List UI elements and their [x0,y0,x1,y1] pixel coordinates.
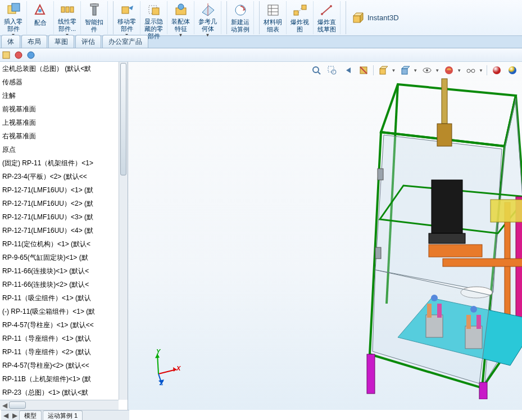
tab-office[interactable]: 办公室产品 [102,35,148,48]
svg-point-27 [15,52,22,58]
svg-rect-8 [122,7,129,13]
ref-geom-icon [200,2,216,17]
tree-item[interactable]: RP-11-66(连接块)<1> (默认< [0,264,128,278]
dropdown-arrow-icon: ▼ [179,33,183,38]
svg-rect-1 [12,3,20,11]
svg-rect-46 [442,79,447,124]
axis-x-label: X [176,365,180,372]
svg-rect-4 [66,7,69,12]
ribbon-bom[interactable]: 材料明 细表 [260,1,287,34]
svg-rect-7 [90,4,98,6]
svg-point-12 [178,4,184,10]
tab-scroll-left-icon[interactable]: ◀ [1,410,10,420]
scroll-left-arrow-icon[interactable]: ◀ [0,400,9,410]
tab-evaluate[interactable]: 评估 [75,35,101,48]
scrollbar-thumb[interactable] [120,63,126,175]
appearance-icon[interactable] [13,50,24,60]
tree-item[interactable]: (-) RP-11(吸尘箱组件）<1> (默 [0,305,128,318]
tree-item[interactable]: 上视基准面 [0,116,128,129]
tab-layout[interactable]: 布局 [21,35,47,48]
ribbon-label: 材料明 细表 [264,19,282,33]
ribbon-smart-fastener[interactable]: 智能扣 件 [81,1,108,34]
svg-rect-48 [432,180,462,233]
ribbon-label: 爆炸视 图 [290,19,309,33]
linear-pattern-icon [60,2,75,17]
graphics-viewport[interactable]: ▼ ▼ ▼ ▼ ▼ [128,62,522,410]
ribbon-explode-sketch[interactable]: 爆炸直 线草图 [314,1,341,34]
ribbon-toolbar: 插入零 部件 ▼ 配合 线性零 部件... ▼ 智能扣 件 移动零 部件 ▼ 显… [0,0,522,36]
ribbon-label: 配合 [34,19,47,26]
tree-item[interactable]: RP-11B（上机架组件)<1> (默 [0,372,128,386]
scene-icon[interactable] [26,50,36,60]
tree-item[interactable]: 右视基准面 [0,129,128,143]
ribbon-mate[interactable]: 配合 [27,1,54,34]
tab-body[interactable]: 体 [1,35,20,48]
tree-item[interactable]: 传感器 [0,75,128,89]
tree-item[interactable]: RP-4-57(导柱座）<1> (默认<< [0,318,128,332]
ribbon-ref-geometry[interactable]: 参考几 何体 ▼ [194,1,221,34]
tree-item[interactable]: RP-11-66(连接块)<2> (默认< [0,278,128,291]
ribbon-label: 线性零 部件... [58,18,76,33]
feature-tree[interactable]: 尘机总装图（总图） (默认<默传感器注解前视基准面上视基准面右视基准面原点(固定… [0,62,128,410]
show-hidden-icon [146,2,162,17]
ribbon-motion-study[interactable]: 新建运 动算例 [227,1,254,34]
svg-point-28 [28,52,34,58]
ribbon-label: 装配体 特征 [171,18,190,33]
motion-study-icon [233,2,248,17]
scrollbar-thumb[interactable] [9,401,26,409]
svg-rect-49 [429,233,465,243]
ribbon-move-component[interactable]: 移动零 部件 ▼ [114,1,140,34]
assembly-model[interactable] [240,67,522,399]
bottom-tab-model[interactable]: 模型 [19,410,42,420]
tree-item[interactable]: RP-23-4(平板）<2> (默认<< [0,170,128,183]
panel-selector-bar [0,48,522,62]
tree-item[interactable]: RP-23（总图）<1> (默认<默 [0,386,128,399]
svg-rect-53 [443,259,522,267]
svg-rect-10 [152,8,159,15]
tree-scrollbar-horizontal[interactable]: ◀ [0,400,119,410]
svg-line-22 [322,6,331,14]
tree-item[interactable]: RP-11(定位机构）<1> (默认< [0,237,128,251]
ribbon-linear-pattern[interactable]: 线性零 部件... ▼ [54,1,81,34]
ribbon-exploded-view[interactable]: 爆炸视 图 [287,1,314,34]
feature-tree-panel: 尘机总装图（总图） (默认<默传感器注解前视基准面上视基准面右视基准面原点(固定… [0,62,128,410]
tree-item[interactable]: RP-12-71(LMF16UU）<4> (默 [0,224,128,237]
ribbon-show-hidden[interactable]: 显示隐 藏的零 部件 [140,1,167,34]
tree-item[interactable]: (固定) RP-11（机架组件）<1> [0,156,128,170]
tree-item[interactable]: RP-11（导座组件）<2> (默认 [0,345,128,359]
tree-item[interactable]: RP-4-57(导柱座)<2> (默认<< [0,359,128,372]
ribbon-instant3d[interactable]: Instant3D [346,1,405,34]
svg-rect-68 [491,200,522,222]
ribbon-label: 智能扣 件 [85,19,103,33]
tree-item[interactable]: 前视基准面 [0,102,128,116]
tree-item[interactable]: RP-12-71(LMF16UU）<2> (默 [0,197,128,210]
svg-rect-54 [367,354,375,394]
tree-item[interactable]: 尘机总装图（总图） (默认<默 [0,62,128,75]
decal-icon[interactable] [1,50,11,60]
svg-rect-67 [375,247,381,259]
tree-item[interactable]: RP-11（吸尘组件）<1> (默认 [0,291,128,305]
tab-scroll-right-icon[interactable]: ▶ [10,410,19,420]
tree-item[interactable]: 注解 [0,89,128,102]
tree-item[interactable]: RP-12-71(LMF16UU）<3> (默 [0,210,128,224]
ribbon-label: 爆炸直 线草图 [317,19,336,33]
exploded-view-icon [292,2,308,17]
svg-rect-5 [70,7,74,12]
tree-item[interactable]: 原点 [0,143,128,156]
svg-rect-20 [302,5,306,10]
instant3d-label: Instant3D [367,13,399,22]
bottom-tab-motion[interactable]: 运动算例 1 [43,410,83,420]
ribbon-insert-component[interactable]: 插入零 部件 ▼ [0,1,27,34]
axis-z-label: Z [160,380,164,386]
svg-rect-55 [479,382,487,399]
tab-sketch[interactable]: 草图 [48,35,74,48]
ribbon-label: 新建运 动算例 [231,19,249,33]
mate-icon [33,2,48,18]
tree-item[interactable]: RP-9-65(气缸固定块)<1> (默 [0,251,128,264]
ribbon-assembly-feature[interactable]: 装配体 特征 ▼ [167,1,194,34]
command-tabs: 体 布局 草图 评估 办公室产品 [0,36,522,48]
tree-item[interactable]: RP-11（导座组件）<1> (默认 [0,332,128,345]
tree-scrollbar-vertical[interactable] [119,62,128,400]
ribbon-label: 插入零 部件 [4,18,22,33]
tree-item[interactable]: RP-12-71(LMF16UU）<1> (默 [0,183,128,197]
